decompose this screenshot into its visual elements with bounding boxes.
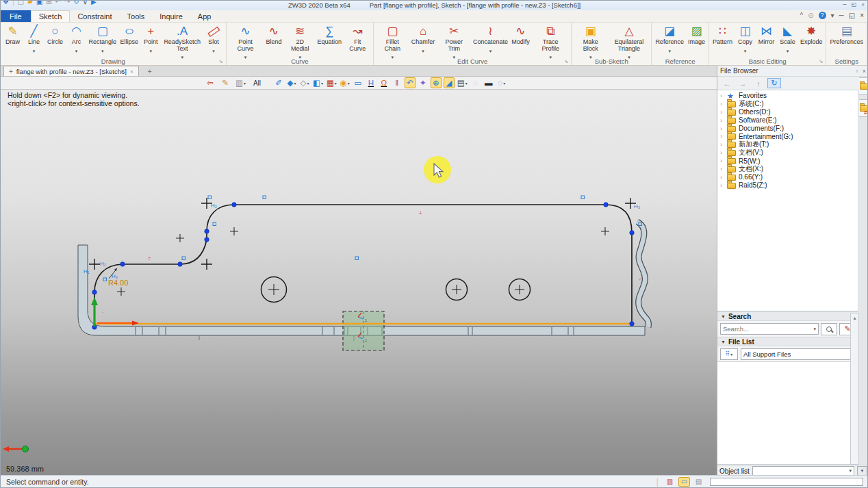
settings-gear-icon[interactable]: ⊙: [808, 12, 813, 19]
slope-icon[interactable]: ◢: [444, 77, 455, 88]
sketch-canvas[interactable]: Hold down <F2> for dynamic viewing. <rig…: [1, 90, 717, 476]
doc-restore-icon[interactable]: ◱: [849, 12, 855, 19]
selection-box[interactable]: 1 1: [343, 311, 384, 350]
ribbon-mirror[interactable]: ⋈ Mirror: [756, 24, 777, 51]
app-minimize-button[interactable]: ─: [843, 1, 847, 8]
help-icon[interactable]: ?: [819, 12, 826, 19]
menu-tools[interactable]: Tools: [120, 10, 153, 22]
filter-all-button[interactable]: All: [253, 79, 261, 87]
expand-chevron-icon[interactable]: [720, 101, 724, 107]
ribbon-image[interactable]: ▨ Image: [686, 24, 707, 51]
menu-app[interactable]: App: [190, 10, 219, 22]
app-restore-button[interactable]: ◱: [852, 1, 857, 8]
ribbon-make-block[interactable]: ▣ Make Block: [573, 24, 609, 57]
ribbon-trace-profile[interactable]: ⧉ Trace Profile: [531, 24, 570, 57]
ribbon-arc[interactable]: ◠ Arc: [66, 24, 87, 51]
ribbon-concatenate[interactable]: ≀ Concatenate: [472, 24, 510, 51]
help-dropdown-icon[interactable]: ▾: [831, 12, 834, 19]
document-tab-active[interactable]: + flange with profile - new.Z3 - [Sketch…: [3, 66, 139, 76]
line-width-icon[interactable]: ▬: [483, 77, 494, 88]
ribbon-circle[interactable]: ○ Circle: [44, 24, 66, 51]
shade-mode-icon[interactable]: ◆: [286, 77, 297, 88]
library-tab[interactable]: ⇄: [859, 99, 868, 117]
menu-file[interactable]: File: [1, 10, 31, 22]
linestyle-circle-icon[interactable]: ◌: [496, 77, 507, 88]
filter-table-icon[interactable]: ▥: [664, 477, 676, 487]
tree-item-e[interactable]: Software(E:): [717, 116, 858, 125]
doc-minimize-icon[interactable]: ─: [839, 12, 844, 19]
search-button[interactable]: [821, 323, 837, 335]
dialog-launcher-icon[interactable]: [219, 59, 223, 64]
ribbon-point[interactable]: + Point: [140, 24, 162, 51]
sketch-points[interactable]: [92, 203, 634, 329]
half-shade-mode-icon[interactable]: ◧: [312, 77, 324, 88]
ribbon-scale[interactable]: ◣ Scale: [777, 24, 798, 51]
tree-item-x[interactable]: 文档(X:): [717, 165, 858, 173]
sketch-pen-icon[interactable]: ✐: [273, 77, 284, 88]
ribbon-preferences[interactable]: ▤ Preferences: [828, 24, 865, 51]
tree-item-d[interactable]: Others(D:): [717, 108, 858, 116]
ribbon-readysketch-text[interactable]: .A ReadySketch Text: [162, 24, 203, 57]
edit-sketch-icon[interactable]: ✎: [220, 77, 231, 88]
tree-item-v[interactable]: 文档(V:): [717, 149, 858, 157]
menu-constraint[interactable]: Constraint: [70, 10, 119, 22]
ribbon-2d-medial[interactable]: ≋ 2D Medial: [284, 24, 316, 57]
expand-chevron-icon[interactable]: [720, 157, 724, 164]
back-icon[interactable]: ←: [720, 78, 734, 88]
ribbon-fillet-chain[interactable]: ▢ Fillet Chain: [375, 24, 409, 57]
expand-chevron-icon[interactable]: [720, 174, 724, 181]
tab-close-icon[interactable]: ×: [130, 68, 133, 75]
dialog-launcher-icon[interactable]: [564, 59, 568, 64]
tree-item-f[interactable]: Documents(F:): [717, 125, 858, 133]
fit-window-icon[interactable]: ▭: [353, 77, 363, 88]
expand-chevron-icon[interactable]: [720, 166, 724, 172]
file-list-area[interactable]: [717, 361, 858, 465]
file-list-section-header[interactable]: File List: [717, 337, 858, 346]
expand-chevron-icon[interactable]: [720, 125, 724, 132]
ribbon-fit-curve[interactable]: ↝ Fit Curve: [344, 24, 372, 57]
expand-chevron-icon[interactable]: [720, 117, 724, 124]
ribbon-copy[interactable]: ◫ Copy: [735, 24, 756, 51]
panel-scrollbar[interactable]: [850, 313, 859, 465]
ribbon-reference[interactable]: ◪ Reference: [653, 24, 686, 51]
object-list-expand-button[interactable]: [857, 466, 867, 476]
expand-chevron-icon[interactable]: [720, 141, 724, 148]
ribbon-point-curve[interactable]: ∿ Point Curve: [228, 24, 264, 57]
up-icon[interactable]: ↑: [752, 78, 765, 88]
filter-icon[interactable]: ▥: [235, 77, 246, 88]
collapse-ribbon-icon[interactable]: ^: [800, 12, 803, 19]
expand-chevron-icon[interactable]: [720, 109, 724, 116]
expand-chevron-icon[interactable]: [720, 182, 724, 189]
ribbon-modify[interactable]: ∿ Modify: [509, 24, 531, 51]
ribbon-equation[interactable]: ∑ Equation: [316, 24, 344, 51]
hole-circles[interactable]: [261, 277, 531, 303]
ribbon-slot[interactable]: ▭ Slot: [203, 24, 225, 51]
color-bars-icon[interactable]: ‖: [392, 77, 403, 88]
new-tab-button[interactable]: +: [144, 67, 155, 76]
dialog-launcher-icon[interactable]: [819, 59, 824, 64]
tree-item-y[interactable]: 0.66(Y:): [717, 173, 858, 181]
point-snap-icon[interactable]: ⊕: [431, 77, 442, 88]
ribbon-power-trim[interactable]: ✂ Power Trim: [437, 24, 472, 57]
circle-display-icon[interactable]: ◉: [340, 77, 350, 88]
panel-close-icon[interactable]: ×: [863, 68, 866, 75]
grid-icon[interactable]: ▦: [326, 77, 337, 88]
chevron-down-icon[interactable]: ▾: [813, 326, 816, 332]
search-section-header[interactable]: Search: [717, 311, 858, 321]
wireframe-mode-icon[interactable]: ◇: [299, 77, 310, 88]
view-mode-button[interactable]: ⠿: [720, 348, 738, 360]
object-list-combo[interactable]: ▾: [752, 466, 854, 476]
forward-icon[interactable]: →: [736, 78, 750, 88]
panel-menu-icon[interactable]: ▫: [856, 68, 858, 75]
ribbon-chamfer[interactable]: ⌂ Chamfer: [409, 24, 437, 51]
exit-sketch-icon[interactable]: ⇦: [205, 77, 216, 88]
tree-item-z[interactable]: Raid5(Z:): [717, 181, 858, 190]
dashed-circle-icon[interactable]: ◌: [470, 77, 481, 88]
monitor-icon[interactable]: ▭: [678, 477, 690, 487]
doc-close-icon[interactable]: ×: [860, 12, 864, 19]
tree-item-c[interactable]: 系统(C:): [717, 100, 858, 108]
layers-icon[interactable]: ▤: [457, 77, 468, 88]
refresh-icon[interactable]: ↻: [767, 78, 781, 88]
notes-icon[interactable]: ▤: [693, 477, 704, 487]
ribbon-ellipse[interactable]: ○ Ellipse: [118, 24, 140, 51]
